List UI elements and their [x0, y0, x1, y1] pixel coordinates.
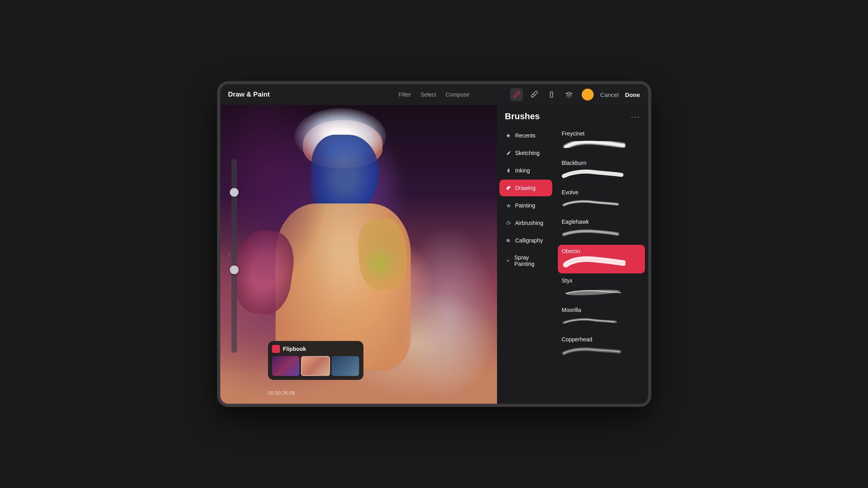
svg-rect-6 [507, 222, 510, 224]
brush-eaglehawk-info: Eaglehawk [562, 219, 641, 241]
canvas-area[interactable]: ‹› Flipbook 00:00:26:08 [220, 105, 497, 404]
color-patch-green [364, 248, 396, 280]
flipbook-icon [272, 345, 280, 353]
brush-size-slider-thumb[interactable] [230, 188, 239, 197]
brush-copperhead[interactable]: Copperhead [558, 333, 645, 362]
svg-point-20 [508, 262, 508, 263]
layers-tool-icon[interactable] [563, 88, 575, 101]
done-button[interactable]: Done [625, 91, 640, 98]
spray-painting-icon [505, 257, 511, 264]
category-airbrushing[interactable]: Airbrushing [499, 215, 552, 231]
airbrushing-icon [505, 219, 512, 227]
brush-oberon-info: Oberon [562, 248, 641, 270]
brushes-header: Brushes ··· [497, 105, 648, 125]
bg-light-right [400, 225, 497, 404]
brush-oberon-preview [562, 256, 641, 270]
brushes-panel: Brushes ··· ★ Recents [497, 105, 648, 404]
brush-moorilla[interactable]: Moorilla [558, 304, 645, 332]
category-recents[interactable]: ★ Recents [499, 127, 552, 144]
brush-opacity-slider-thumb[interactable] [230, 265, 239, 274]
inking-icon [505, 167, 512, 174]
svg-point-0 [514, 96, 515, 97]
user-avatar[interactable] [582, 89, 594, 101]
category-spray-painting[interactable]: Spray Painting [499, 250, 552, 272]
eyedropper-tool-icon[interactable] [528, 88, 540, 101]
brush-size-slider-track[interactable] [231, 159, 237, 353]
category-airbrushing-label: Airbrushing [515, 220, 544, 226]
title-bar: Draw & Paint Filter Select Compose [220, 84, 648, 105]
brush-moorilla-info: Moorilla [562, 307, 641, 329]
svg-point-21 [565, 289, 619, 296]
app-title: Draw & Paint [228, 91, 270, 99]
brush-blackburn-name: Blackburn [562, 160, 641, 166]
brush-moorilla-preview [562, 315, 641, 329]
brush-list: Freycinet [555, 125, 648, 404]
brush-evolve-name: Evolve [562, 189, 641, 196]
brushes-title: Brushes [505, 111, 540, 122]
more-options-button[interactable]: ··· [631, 112, 640, 121]
calligraphy-icon [505, 237, 512, 244]
brush-eaglehawk[interactable]: Eaglehawk [558, 215, 645, 244]
flipbook-widget: Flipbook [268, 341, 363, 380]
title-bar-right: Cancel Done [510, 88, 640, 101]
brush-styx[interactable]: Styx [558, 274, 645, 303]
frame-thumb-3[interactable] [332, 356, 359, 376]
brush-evolve-info: Evolve [562, 189, 641, 211]
svg-point-14 [507, 260, 509, 261]
category-sketching[interactable]: Sketching [499, 145, 552, 161]
svg-line-4 [510, 151, 511, 152]
brush-copperhead-preview [562, 344, 641, 358]
frame-thumb-2[interactable] [301, 356, 330, 376]
timestamp: 00:00:26:08 [268, 390, 295, 396]
brush-eaglehawk-name: Eaglehawk [562, 219, 641, 225]
svg-point-8 [507, 221, 508, 222]
eraser-tool-icon[interactable] [545, 88, 558, 101]
svg-point-1 [532, 97, 533, 98]
brush-tool-icon[interactable] [510, 88, 523, 101]
drawing-icon [505, 184, 512, 192]
svg-point-17 [506, 261, 507, 262]
brush-freycinet[interactable]: Freycinet [558, 127, 645, 156]
svg-point-9 [509, 221, 509, 222]
svg-point-19 [508, 258, 508, 259]
painting-icon [505, 202, 512, 209]
category-calligraphy[interactable]: Calligraphy [499, 232, 552, 249]
category-painting[interactable]: Painting [499, 197, 552, 214]
brush-freycinet-info: Freycinet [562, 130, 641, 153]
tablet-frame: Draw & Paint Filter Select Compose [217, 81, 651, 407]
brush-copperhead-name: Copperhead [562, 336, 641, 343]
brush-oberon-name: Oberon [562, 248, 641, 254]
category-recents-label: Recents [515, 132, 536, 139]
svg-rect-2 [550, 92, 553, 97]
flipbook-frames [272, 356, 359, 376]
category-drawing-label: Drawing [515, 185, 536, 191]
category-inking[interactable]: Inking [499, 162, 552, 179]
cancel-button[interactable]: Cancel [600, 91, 619, 98]
svg-marker-5 [506, 203, 511, 208]
brush-moorilla-name: Moorilla [562, 307, 641, 313]
side-expand-btn[interactable]: ‹› [228, 252, 230, 257]
brush-eaglehawk-preview [562, 227, 641, 241]
brush-blackburn[interactable]: Blackburn [558, 157, 645, 185]
frame-thumb-1[interactable] [272, 356, 299, 376]
brush-styx-preview [562, 285, 641, 300]
brush-freycinet-name: Freycinet [562, 130, 641, 137]
brush-evolve[interactable]: Evolve [558, 186, 645, 215]
brush-copperhead-info: Copperhead [562, 336, 641, 358]
brush-oberon[interactable]: Oberon [558, 245, 645, 273]
categories-list: ★ Recents Sketching [497, 125, 555, 404]
category-drawing[interactable]: Drawing [499, 180, 552, 196]
brush-blackburn-preview [562, 168, 641, 182]
compose-tab[interactable]: Compose [446, 91, 470, 98]
main-area: ‹› Flipbook 00:00:26:08 Brushes ··· [220, 105, 648, 404]
tool-icons [510, 88, 575, 101]
select-tab[interactable]: Select [421, 91, 436, 98]
category-sketching-label: Sketching [515, 150, 540, 156]
category-spray-painting-label: Spray Painting [515, 254, 547, 267]
recents-icon: ★ [505, 132, 512, 139]
brush-evolve-preview [562, 197, 641, 211]
category-calligraphy-label: Calligraphy [515, 237, 543, 244]
brush-styx-name: Styx [562, 277, 641, 284]
filter-tab[interactable]: Filter [399, 91, 411, 98]
svg-point-16 [509, 259, 510, 260]
